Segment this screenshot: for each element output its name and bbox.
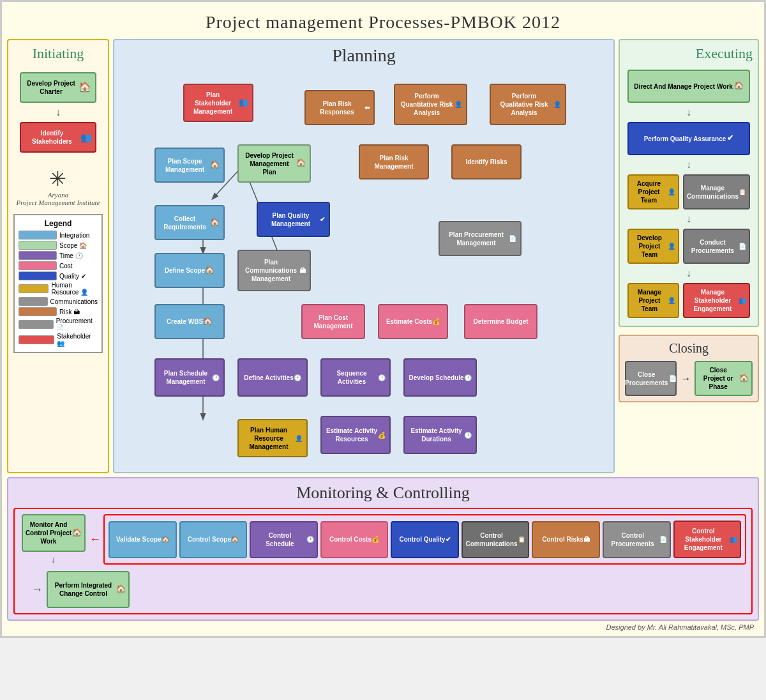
legend-label-risk: Risk 🏔 bbox=[59, 308, 80, 316]
plan-comms-box[interactable]: Plan Communications Management 🏔 bbox=[237, 250, 311, 291]
exec-arrow-down3: ↓ bbox=[627, 213, 750, 225]
legend-label-integration: Integration bbox=[59, 232, 89, 239]
perform-quality-box[interactable]: Perform Quality Assurance ✔ bbox=[627, 122, 750, 155]
define-scope-label: Define Scope bbox=[165, 266, 205, 275]
closing-title: Closing bbox=[625, 341, 753, 356]
plan-schedule-label: Plan Schedule Management bbox=[160, 369, 212, 386]
define-activities-box[interactable]: Define Activities 🕐 bbox=[237, 358, 308, 397]
control-quality-label: Control Quality bbox=[399, 535, 445, 544]
validate-scope-box[interactable]: Validate Scope 🏠 bbox=[109, 521, 177, 558]
exec-arrow-down4: ↓ bbox=[627, 268, 750, 279]
close-proc-box[interactable]: Close Procurements 📄 bbox=[625, 361, 677, 396]
identify-risks-label: Identify Risks bbox=[465, 158, 507, 166]
legend-color-hr bbox=[19, 284, 49, 293]
conduct-proc-box[interactable]: Conduct Procurements 📄 bbox=[683, 229, 750, 264]
identify-risks-box[interactable]: Identify Risks bbox=[451, 144, 522, 179]
collect-req-label: Collect Requirements bbox=[160, 215, 210, 231]
plan-hr-label: Plan Human Resource Management bbox=[243, 426, 295, 451]
control-comms-box[interactable]: Control Communications 📋 bbox=[462, 521, 530, 558]
plan-stakeholder-box[interactable]: Plan Stakeholder Management 👥 bbox=[183, 84, 253, 122]
develop-charter-box[interactable]: Develop Project Charter 🏠 bbox=[20, 72, 96, 103]
monitoring-top-row: Monitor And Control Project Work 🏠 ↓ ← V… bbox=[20, 514, 746, 565]
plan-quality-box[interactable]: Plan Quality Management ✔ bbox=[257, 202, 330, 237]
collect-req-box[interactable]: Collect Requirements 🏠 bbox=[154, 205, 225, 240]
executing-panel: Executing Direct And Manage Project Work… bbox=[619, 39, 759, 327]
footer: Designed by Mr. Ali Rahmatitavakal, MSc,… bbox=[7, 621, 759, 631]
acquire-team-box[interactable]: Acquire Project Team 👤 bbox=[627, 174, 679, 209]
monitoring-left-col: Monitor And Control Project Work 🏠 ↓ bbox=[20, 514, 87, 565]
estimate-costs-box[interactable]: Estimate Costs 💰 bbox=[378, 304, 448, 339]
manage-comms-box[interactable]: Manage Communications 📋 bbox=[683, 174, 750, 209]
legend-stakeholder: Stakeholder 👥 bbox=[19, 333, 98, 347]
determine-budget-box[interactable]: Determine Budget bbox=[464, 304, 537, 339]
develop-schedule-box[interactable]: Develop Schedule 🕐 bbox=[403, 358, 477, 397]
legend-hr: Human Resource 👤 bbox=[19, 282, 98, 296]
perform-quantitative-box[interactable]: Perform Quantitative Risk Analysis 👤 bbox=[394, 84, 467, 125]
control-schedule-box[interactable]: Control Schedule 🕐 bbox=[250, 521, 318, 558]
exec-grid: Direct And Manage Project Work 🏠 ↓ Perfo… bbox=[625, 67, 753, 321]
legend-quality: Quality ✔ bbox=[19, 271, 98, 280]
control-quality-box[interactable]: Control Quality ✔ bbox=[391, 521, 459, 558]
legend-color-quality bbox=[19, 271, 57, 280]
estimate-activity-dur-box[interactable]: Estimate Activity Durations 🕐 bbox=[403, 416, 477, 454]
perform-qualitative-box[interactable]: Perform Qualitative Risk Analysis 👤 bbox=[490, 84, 566, 125]
legend-label-quality: Quality ✔ bbox=[59, 273, 86, 280]
control-proc-box[interactable]: Control Procurements 📄 bbox=[603, 521, 671, 558]
sequence-activities-box[interactable]: Sequence Activities 🕐 bbox=[320, 358, 391, 397]
plan-schedule-box[interactable]: Plan Schedule Management 🕐 bbox=[154, 358, 225, 397]
develop-charter-label: Develop Project Charter bbox=[25, 79, 77, 96]
define-scope-box[interactable]: Define Scope 🏠 bbox=[154, 253, 225, 288]
legend-color-scope bbox=[19, 241, 57, 250]
plan-comms-label: Plan Communications Management bbox=[243, 258, 299, 283]
monitoring-outer-border: Monitor And Control Project Work 🏠 ↓ ← V… bbox=[13, 508, 753, 614]
monitor-control-box[interactable]: Monitor And Control Project Work 🏠 bbox=[22, 514, 86, 552]
control-costs-box[interactable]: Control Costs 💰 bbox=[320, 521, 389, 558]
develop-mgmt-plan-box[interactable]: Develop Project Management Plan 🏠 bbox=[237, 144, 311, 183]
validate-scope-label: Validate Scope bbox=[116, 535, 161, 544]
create-wbs-box[interactable]: Create WBS 🏠 bbox=[154, 304, 225, 339]
legend-color-comms bbox=[19, 297, 48, 306]
manage-project-team-label: Manage Project Team bbox=[631, 288, 668, 313]
monitor-arrow-down: ↓ bbox=[51, 554, 56, 565]
logo-icon: ✳ bbox=[17, 167, 100, 191]
direct-manage-box[interactable]: Direct And Manage Project Work 🏠 bbox=[627, 70, 750, 103]
plan-scope-box[interactable]: Plan Scope Management 🏠 bbox=[154, 148, 225, 183]
identify-stakeholders-box[interactable]: Identify Stakeholders 👥 bbox=[20, 122, 96, 153]
right-column: Executing Direct And Manage Project Work… bbox=[619, 39, 759, 473]
close-project-box[interactable]: Close Project or Phase 🏠 bbox=[695, 361, 753, 396]
acquire-team-label: Acquire Project Team bbox=[631, 179, 666, 204]
plan-procurement-box[interactable]: Plan Procurement Management 📄 bbox=[439, 221, 522, 256]
legend-scope: Scope 🏠 bbox=[19, 241, 98, 250]
control-risks-box[interactable]: Control Risks 🏔 bbox=[532, 521, 600, 558]
plan-risk-mgmt-box[interactable]: Plan Risk Management bbox=[359, 144, 429, 179]
control-scope-box[interactable]: Control Scope 🏠 bbox=[179, 521, 248, 558]
legend-label-cost: Cost bbox=[59, 262, 73, 270]
legend-color-cost bbox=[19, 261, 57, 270]
executing-title: Executing bbox=[625, 45, 753, 62]
legend-label-procurement: Procurement 📄 bbox=[56, 317, 98, 331]
plan-cost-box[interactable]: Plan Cost Management bbox=[301, 304, 365, 339]
closing-arrow: → bbox=[680, 361, 691, 396]
plan-quality-label: Plan Quality Management bbox=[262, 211, 320, 228]
plan-stakeholder-label: Plan Stakeholder Management bbox=[188, 91, 237, 116]
estimate-costs-label: Estimate Costs bbox=[386, 317, 432, 326]
manage-project-team-box[interactable]: Manage Project Team 👤 bbox=[627, 283, 679, 318]
legend-time: Time 🕐 bbox=[19, 251, 98, 260]
legend-label-scope: Scope 🏠 bbox=[59, 242, 87, 249]
legend-cost: Cost bbox=[19, 261, 98, 270]
legend-label-hr: Human Resource 👤 bbox=[51, 282, 98, 296]
develop-team-box[interactable]: Develop Project Team 👤 bbox=[627, 229, 679, 264]
define-activities-label: Define Activities bbox=[244, 374, 293, 382]
control-stakeholder-box[interactable]: Control Stakeholder Engagement 👥 bbox=[673, 521, 742, 558]
perform-integrated-box[interactable]: Perform Integrated Change Control 🏠 bbox=[47, 571, 130, 608]
monitoring-title: Monitoring & Controlling bbox=[13, 483, 753, 503]
control-scope-label: Control Scope bbox=[188, 535, 231, 544]
manage-stakeholder-box[interactable]: Manage Stakeholder Engagement 👥 bbox=[683, 283, 750, 318]
plan-risk-responses-box[interactable]: Plan Risk Responses ⬅ bbox=[304, 90, 375, 125]
plan-hr-box[interactable]: Plan Human Resource Management 👤 bbox=[237, 419, 308, 457]
initiating-panel: Initiating Develop Project Charter 🏠 ↓ I… bbox=[7, 39, 109, 473]
sequence-activities-label: Sequence Activities bbox=[326, 369, 378, 386]
estimate-activity-res-box[interactable]: Estimate Activity Resources 💰 bbox=[320, 416, 391, 454]
perform-quality-label: Perform Quality Assurance bbox=[644, 135, 726, 143]
planning-inner: Plan Stakeholder Management 👥 Plan Risk … bbox=[119, 71, 608, 467]
